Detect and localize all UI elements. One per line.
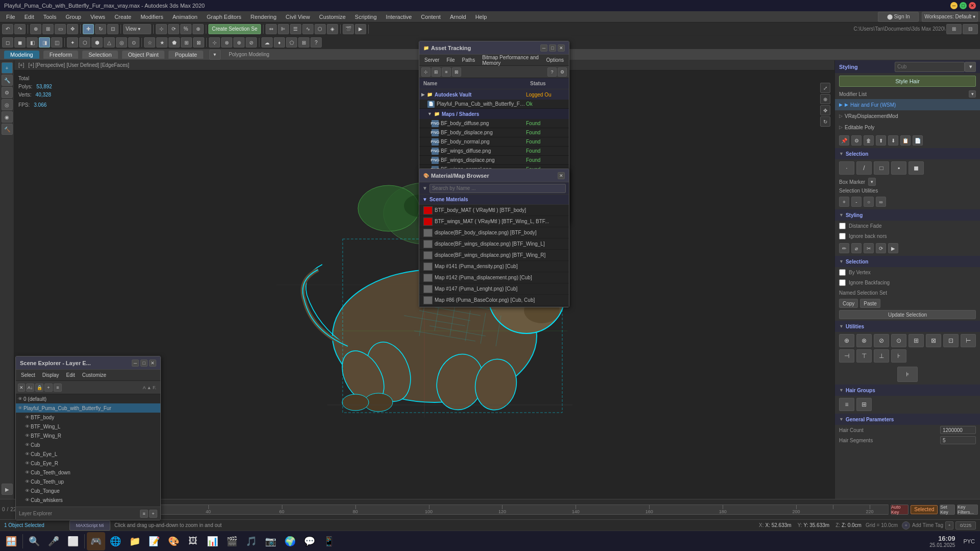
at-menu-server[interactable]: Server — [421, 57, 442, 63]
mb-title-bar[interactable]: 🎨 Material/Map Browser ✕ — [419, 169, 569, 182]
render-setup[interactable]: 🎬 — [343, 24, 354, 34]
spinner-snap[interactable]: ⊕ — [193, 24, 204, 34]
modifier-list-dropdown[interactable]: ▾ — [969, 90, 976, 98]
shrink-icon[interactable]: - — [851, 197, 862, 207]
at-file-main[interactable]: 📄 Playful_Puma_Cub_with_Butterfly_Fur_ma… — [419, 100, 569, 109]
tb2-btn-21[interactable]: ☁ — [261, 37, 273, 47]
ring-icon[interactable]: ○ — [864, 197, 874, 207]
se-menu-customize[interactable]: Customize — [79, 372, 109, 378]
at-minimize[interactable]: ─ — [540, 44, 547, 52]
hair-groups-title[interactable]: ▼ Hair Groups — [835, 385, 980, 396]
mb-body[interactable]: ▼ Scene Materials BTF_body_MAT ( VRayMtl… — [419, 195, 569, 307]
panel-search-input[interactable] — [895, 62, 965, 72]
menu-graph-editors[interactable]: Graph Editors — [203, 13, 246, 21]
tb2-btn-20[interactable]: ⊘ — [246, 37, 257, 47]
create-selection-button[interactable]: Create Selection Se — [208, 24, 261, 34]
se-item-cub-eye-l[interactable]: 👁 Cub_Eye_L — [16, 449, 160, 459]
grow-icon[interactable]: + — [839, 197, 849, 207]
taskbar-search[interactable]: 🔍 — [25, 532, 43, 550]
selection2-title[interactable]: ▼ Selection — [835, 256, 980, 267]
tb2-btn-11[interactable]: ⊙ — [128, 37, 139, 47]
workspaces-dropdown[interactable]: Workspaces: Default ▾ — [922, 12, 978, 22]
tb2-btn-4[interactable]: ◨ — [39, 37, 50, 47]
distance-fade-cb[interactable] — [839, 223, 846, 229]
taskbar-app3[interactable]: 📁 — [126, 532, 144, 550]
paste-sel-btn[interactable]: Paste — [860, 299, 880, 308]
sidebar-utilities-icon[interactable]: 🔨 — [2, 124, 13, 135]
at-vault-group[interactable]: ▶ 📁 Autodesk Vault Logged Ou — [419, 89, 569, 100]
sel-vertex-icon[interactable]: · — [839, 161, 854, 175]
general-params-title[interactable]: ▼ General Parameters — [835, 414, 980, 425]
se-item-cub-teeth-up[interactable]: 👁 Cub_Teeth_up — [16, 477, 160, 486]
tb2-btn-19[interactable]: ⊕ — [233, 37, 245, 47]
redo-button[interactable]: ↷ — [14, 24, 26, 34]
mb-material-item[interactable]: BTF_body_MAT ( VRayMtl ) [BTF_body] — [419, 205, 569, 216]
hair-group-icon-2[interactable]: ⊞ — [856, 398, 872, 411]
tb2-btn-23[interactable]: ⬠ — [286, 37, 297, 47]
lang-indicator[interactable]: PYC — [960, 538, 978, 544]
taskbar-app9[interactable]: 🎵 — [242, 532, 260, 550]
tab-modeling[interactable]: Modeling — [4, 51, 39, 59]
tb2-btn-13[interactable]: ★ — [156, 37, 168, 47]
by-vertex-cb[interactable] — [839, 269, 846, 276]
mb-material-item[interactable]: Map #141 (Puma_density.png) [Cub] — [419, 261, 569, 272]
se-item-cub-whiskers[interactable]: 👁 Cub_whiskers — [16, 495, 160, 505]
se-item-puma-parent[interactable]: 👁 Playful_Puma_Cub_with_Butterfly_Fur — [16, 403, 160, 413]
panel-options[interactable]: ▾ — [965, 62, 976, 72]
sidebar-display-icon[interactable]: ◉ — [2, 111, 13, 123]
at-title-bar[interactable]: 📁 Asset Tracking ─ □ ✕ — [419, 41, 569, 55]
rotate-tool[interactable]: ↻ — [95, 24, 106, 34]
tb2-btn-18[interactable]: ⊗ — [221, 37, 232, 47]
at-file-item[interactable]: PNGBF_body_displace.pngFound — [419, 128, 569, 137]
taskbar-ps[interactable]: 🎨 — [164, 532, 183, 550]
se-item-cub-teeth-down[interactable]: 👁 Cub_Teeth_down — [16, 468, 160, 477]
se-item-btf-wing-r[interactable]: 👁 BTF_Wing_R — [16, 431, 160, 440]
se-item-btf-body[interactable]: 👁 BTF_body — [16, 413, 160, 422]
menu-file[interactable]: File — [2, 13, 19, 21]
style-icon-4[interactable]: ⟳ — [876, 243, 886, 253]
se-item-cub-eye-r[interactable]: 👁 Cub_Eye_R — [16, 459, 160, 468]
tb2-btn-24[interactable]: ⊞ — [298, 37, 309, 47]
hair-group-icon-1[interactable]: ≡ — [839, 398, 854, 411]
style-hair-button[interactable]: Style Hair — [839, 76, 976, 87]
plus-icon[interactable]: + — [945, 521, 953, 530]
taskbar-taskview[interactable]: ⬜ — [64, 532, 82, 550]
tab-freeform[interactable]: Freeform — [43, 51, 79, 59]
sidebar-create-icon[interactable]: + — [2, 62, 13, 74]
util-icon-12[interactable]: ⊦ — [891, 349, 906, 363]
menu-animation[interactable]: Animation — [169, 13, 202, 21]
mb-material-item[interactable]: displace(BF_wings_displace.png) [BTF_Win… — [419, 238, 569, 250]
update-sel-btn[interactable]: Update Selection — [839, 310, 976, 319]
sel-poly-icon[interactable]: ▪ — [891, 161, 906, 175]
frame-input[interactable]: 0/225 — [955, 521, 976, 530]
se-item-btf-wing-l[interactable]: 👁 BTF_Wing_L — [16, 422, 160, 431]
zoom-btn[interactable]: ⊕ — [820, 94, 830, 104]
taskbar-app12[interactable]: 💬 — [300, 532, 319, 550]
quick-access[interactable]: ⊞ — [946, 24, 962, 34]
menu-group[interactable]: Group — [61, 13, 85, 21]
at-file-item[interactable]: PNGBF_wings_diffuse.pngFound — [419, 147, 569, 156]
util-icon-3[interactable]: ⊘ — [874, 334, 889, 347]
mb-material-item[interactable]: displace(BF_body_displace.png) [BTF_body… — [419, 227, 569, 238]
align-tool[interactable]: ⊫ — [278, 24, 289, 34]
menu-help[interactable]: Help — [471, 13, 491, 21]
se-clear-filter[interactable]: ✕ — [18, 384, 25, 392]
render-frame[interactable]: ▶ — [355, 24, 366, 34]
se-footer-btn2[interactable]: + — [149, 510, 157, 518]
util-icon-6[interactable]: ⊠ — [926, 334, 941, 347]
modifier-vray-disp[interactable]: ▷ VRayDisplacementMod — [835, 110, 980, 122]
tb2-btn-1[interactable]: ◻ — [2, 37, 13, 47]
style-icon-3[interactable]: ✂ — [864, 243, 874, 253]
style-icon-1[interactable]: ✏ — [839, 243, 849, 253]
se-body[interactable]: 👁 0 (default) 👁 Playful_Puma_Cub_with_Bu… — [16, 394, 160, 507]
view-dropdown[interactable]: View ▾ — [123, 24, 151, 34]
menu-customize[interactable]: Customize — [315, 13, 350, 21]
util-icon-9[interactable]: ⊣ — [839, 349, 854, 363]
material-editor[interactable]: ◈ — [327, 24, 338, 34]
at-menu-bitmap[interactable]: Bitmap Performance and Memory — [479, 54, 542, 66]
ignore-back-cb[interactable] — [839, 233, 846, 239]
hair-count-input[interactable] — [940, 426, 976, 434]
se-options[interactable]: ≡ — [54, 384, 62, 392]
se-item-default[interactable]: 👁 0 (default) — [16, 394, 160, 403]
orbit-btn[interactable]: ↻ — [820, 116, 830, 127]
